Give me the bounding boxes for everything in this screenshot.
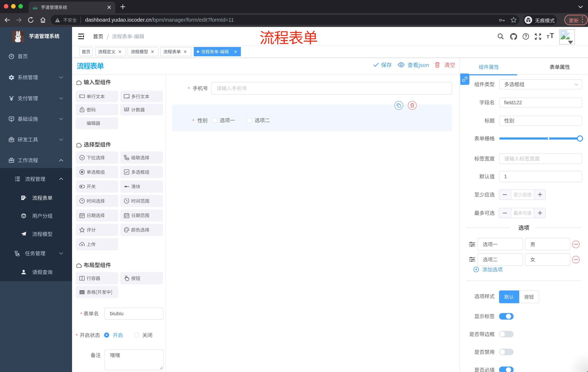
svg-text:123: 123 bbox=[124, 107, 129, 111]
